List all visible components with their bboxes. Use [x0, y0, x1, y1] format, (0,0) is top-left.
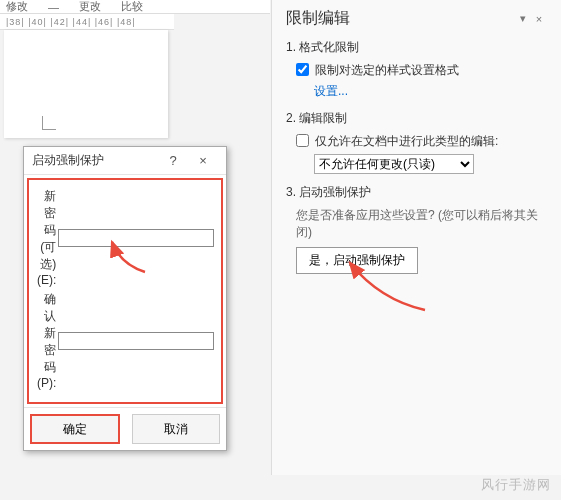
- new-password-row: 新密码(可选)(E):: [37, 188, 213, 287]
- section-3-desc: 您是否准备应用这些设置? (您可以稍后将其关闭): [296, 207, 547, 241]
- section-2-title: 2. 编辑限制: [286, 110, 547, 127]
- cancel-button[interactable]: 取消: [132, 414, 220, 444]
- tab-modify[interactable]: 修改: [6, 0, 28, 14]
- section-3-title: 3. 启动强制保护: [286, 184, 547, 201]
- help-icon[interactable]: ?: [158, 153, 188, 168]
- format-restrict-row: 限制对选定的样式设置格式: [296, 62, 547, 79]
- tab-change[interactable]: 更改: [79, 0, 101, 14]
- new-password-input[interactable]: [58, 229, 214, 247]
- panel-close-icon[interactable]: ×: [531, 13, 547, 25]
- format-restrict-label: 限制对选定的样式设置格式: [315, 62, 459, 79]
- confirm-password-row: 确认新密码(P):: [37, 291, 213, 390]
- edit-restrict-label: 仅允许在文档中进行此类型的编辑:: [315, 133, 498, 150]
- dialog-title: 启动强制保护: [32, 152, 158, 169]
- tab-compare[interactable]: 比较: [121, 0, 143, 14]
- edit-restrict-row: 仅允许在文档中进行此类型的编辑:: [296, 133, 547, 150]
- edit-restrict-checkbox[interactable]: [296, 134, 309, 147]
- start-enforcement-button[interactable]: 是，启动强制保护: [296, 247, 418, 274]
- tab-sep: —: [48, 1, 59, 13]
- ruler: |38| |40| |42| |44| |46| |48|: [0, 14, 174, 30]
- document-page[interactable]: [4, 30, 168, 138]
- close-icon[interactable]: ×: [188, 153, 218, 168]
- new-password-label: 新密码(可选)(E):: [37, 188, 58, 287]
- panel-dropdown-icon[interactable]: ▾: [515, 12, 531, 25]
- dialog-buttons: 确定 取消: [24, 407, 226, 450]
- panel-header: 限制编辑 ▾ ×: [286, 8, 547, 29]
- settings-link[interactable]: 设置...: [314, 83, 547, 100]
- page-corner-mark: [42, 116, 56, 130]
- panel-title: 限制编辑: [286, 8, 515, 29]
- edit-type-row: 不允许任何更改(只读): [314, 154, 547, 174]
- password-dialog: 启动强制保护 ? × 新密码(可选)(E): 确认新密码(P): 确定 取消: [23, 146, 227, 451]
- edit-type-select[interactable]: 不允许任何更改(只读): [314, 154, 474, 174]
- confirm-password-label: 确认新密码(P):: [37, 291, 58, 390]
- dialog-body: 新密码(可选)(E): 确认新密码(P):: [27, 178, 223, 404]
- restrict-editing-panel: 限制编辑 ▾ × 1. 格式化限制 限制对选定的样式设置格式 设置... 2. …: [271, 0, 561, 475]
- section-1-title: 1. 格式化限制: [286, 39, 547, 56]
- format-restrict-checkbox[interactable]: [296, 63, 309, 76]
- ok-button[interactable]: 确定: [30, 414, 120, 444]
- confirm-password-input[interactable]: [58, 332, 214, 350]
- dialog-titlebar: 启动强制保护 ? ×: [24, 147, 226, 175]
- watermark: 风行手游网: [481, 476, 551, 494]
- top-tab-strip: 修改 — 更改 比较: [0, 0, 270, 14]
